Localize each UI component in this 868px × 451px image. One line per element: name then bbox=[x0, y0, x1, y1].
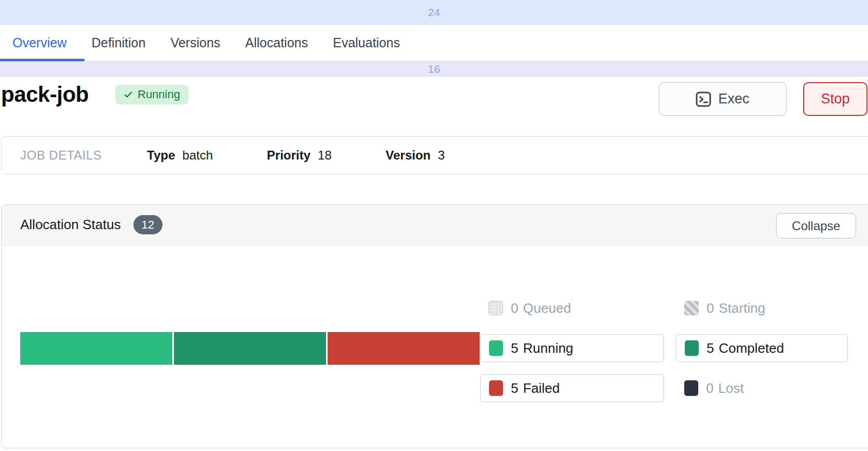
job-tabbar: Overview Definition Versions Allocations… bbox=[0, 25, 868, 61]
tab-allocations[interactable]: Allocations bbox=[245, 35, 308, 50]
queued-swatch-icon bbox=[489, 301, 503, 315]
job-detail-version-name: Version bbox=[386, 148, 431, 163]
legend-item-failed[interactable]: 5Failed bbox=[480, 374, 664, 402]
check-icon bbox=[124, 90, 133, 99]
terminal-icon bbox=[696, 91, 711, 107]
spacing-annotation-mid: 16 bbox=[0, 61, 868, 77]
allocation-status-header: Allocation Status 12 Collapse bbox=[2, 205, 868, 245]
collapse-button-label: Collapse bbox=[792, 219, 840, 233]
allocation-status-title: Allocation Status bbox=[20, 217, 121, 233]
lost-swatch-icon bbox=[684, 380, 698, 396]
spacing-annotation-mid-value: 16 bbox=[428, 63, 440, 75]
job-details-section-label: JOB DETAILS bbox=[20, 148, 102, 163]
job-detail-priority-name: Priority bbox=[267, 148, 310, 163]
job-detail-version-value: 3 bbox=[438, 148, 445, 163]
tab-versions[interactable]: Versions bbox=[170, 35, 220, 50]
exec-button-label: Exec bbox=[718, 91, 749, 107]
job-detail-priority: Priority 18 bbox=[267, 148, 332, 163]
tab-definition[interactable]: Definition bbox=[91, 35, 145, 50]
bar-segment-completed[interactable] bbox=[174, 332, 326, 365]
bar-segment-running[interactable] bbox=[20, 332, 172, 365]
exec-button[interactable]: Exec bbox=[659, 82, 786, 116]
allocation-count-badge: 12 bbox=[133, 215, 162, 234]
legend-lost-text: 0Lost bbox=[706, 380, 744, 396]
job-detail-type-value: batch bbox=[182, 148, 213, 163]
legend-item-completed[interactable]: 5Completed bbox=[676, 334, 848, 362]
running-swatch-icon bbox=[489, 340, 503, 356]
legend-queued-text: 0Queued bbox=[511, 300, 571, 316]
legend-item-starting: 0Starting bbox=[676, 299, 848, 317]
legend-item-running[interactable]: 5Running bbox=[480, 334, 664, 362]
job-detail-priority-value: 18 bbox=[318, 148, 332, 163]
job-detail-type: Type batch bbox=[147, 148, 213, 163]
legend-completed-text: 5Completed bbox=[707, 340, 784, 356]
stop-button[interactable]: Stop bbox=[803, 82, 867, 116]
stop-button-label: Stop bbox=[821, 91, 850, 107]
bar-segment-failed[interactable] bbox=[328, 332, 480, 365]
job-title-row: pack-job Running Exec Stop bbox=[0, 79, 868, 121]
tab-overview[interactable]: Overview bbox=[12, 35, 66, 50]
completed-swatch-icon bbox=[685, 340, 699, 356]
spacing-annotation-top: 24 bbox=[0, 0, 868, 25]
allocation-status-panel: Allocation Status 12 Collapse 0Queued bbox=[1, 204, 868, 448]
page-title: pack-job bbox=[1, 82, 89, 107]
spacing-annotation-top-value: 24 bbox=[428, 6, 440, 19]
job-detail-version: Version 3 bbox=[386, 148, 445, 163]
job-details-strip: JOB DETAILS Type batch Priority 18 Versi… bbox=[1, 136, 868, 175]
starting-swatch-icon bbox=[684, 301, 699, 315]
allocation-stacked-bar bbox=[20, 332, 480, 365]
legend-item-lost: 0Lost bbox=[676, 374, 848, 402]
failed-swatch-icon bbox=[489, 380, 503, 396]
legend-starting-text: 0Starting bbox=[707, 300, 765, 316]
status-badge-label: Running bbox=[138, 88, 180, 101]
legend-failed-text: 5Failed bbox=[511, 380, 560, 396]
collapse-button[interactable]: Collapse bbox=[776, 213, 856, 238]
allocation-status-body: 0Queued 0Starting 5Running 5Completed bbox=[2, 245, 868, 448]
status-badge: Running bbox=[115, 85, 188, 104]
job-detail-type-name: Type bbox=[147, 148, 175, 163]
tab-evaluations[interactable]: Evaluations bbox=[333, 35, 400, 50]
legend-item-queued: 0Queued bbox=[480, 299, 664, 317]
job-overview-page: 24 Overview Definition Versions Allocati… bbox=[0, 0, 868, 451]
legend-running-text: 5Running bbox=[511, 340, 573, 356]
